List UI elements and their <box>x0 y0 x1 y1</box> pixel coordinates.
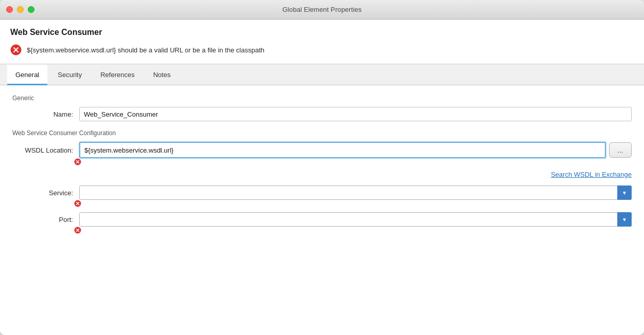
name-input[interactable] <box>79 107 632 121</box>
content-area: Web Service Consumer ${system.webservice… <box>0 20 644 335</box>
minimize-button[interactable] <box>17 6 24 13</box>
dialog-title: Web Service Consumer <box>10 28 634 37</box>
wsdl-row: WSDL Location: ... <box>12 142 632 158</box>
port-error-mark <box>74 227 81 234</box>
port-row: Port: <box>12 212 632 227</box>
window-title: Global Element Properties <box>282 6 362 13</box>
tab-security[interactable]: Security <box>49 65 90 85</box>
window-controls <box>6 6 34 13</box>
search-wsdl-link[interactable]: Search WSDL in Exchange <box>551 171 632 178</box>
window: Global Element Properties Web Service Co… <box>0 0 644 335</box>
wsdl-label: WSDL Location: <box>12 146 79 154</box>
tab-references[interactable]: References <box>92 65 142 85</box>
search-link-row: Search WSDL in Exchange <box>79 171 632 178</box>
wsdl-error-mark <box>74 158 81 165</box>
service-select[interactable] <box>79 185 632 200</box>
error-banner: ${system.webservice.wsdl.url} should be … <box>10 42 634 58</box>
maximize-button[interactable] <box>28 6 34 13</box>
title-bar: Global Element Properties <box>0 0 644 20</box>
tabs-bar: General Security References Notes <box>0 64 644 85</box>
service-error-mark <box>74 200 81 207</box>
header-section: Web Service Consumer ${system.webservice… <box>0 20 644 64</box>
wsdl-input-wrapper: ... <box>79 142 632 158</box>
service-row: Service: <box>12 185 632 200</box>
error-message: ${system.webservice.wsdl.url} should be … <box>27 46 264 54</box>
service-label: Service: <box>12 189 79 197</box>
tab-notes[interactable]: Notes <box>145 65 179 85</box>
form-area: Generic Name: Web Service Consumer Confi… <box>0 85 644 335</box>
port-label: Port: <box>12 216 79 224</box>
name-label: Name: <box>12 110 79 118</box>
config-section-label: Web Service Consumer Configuration <box>12 129 632 137</box>
tab-general[interactable]: General <box>7 65 47 85</box>
wsdl-input[interactable] <box>79 142 606 158</box>
error-icon <box>10 44 22 55</box>
browse-button[interactable]: ... <box>609 142 632 158</box>
generic-section-label: Generic <box>12 95 632 102</box>
service-select-wrapper <box>79 185 632 200</box>
name-row: Name: <box>12 107 632 121</box>
port-select[interactable] <box>79 212 632 227</box>
port-select-wrapper <box>79 212 632 227</box>
close-button[interactable] <box>6 6 13 13</box>
